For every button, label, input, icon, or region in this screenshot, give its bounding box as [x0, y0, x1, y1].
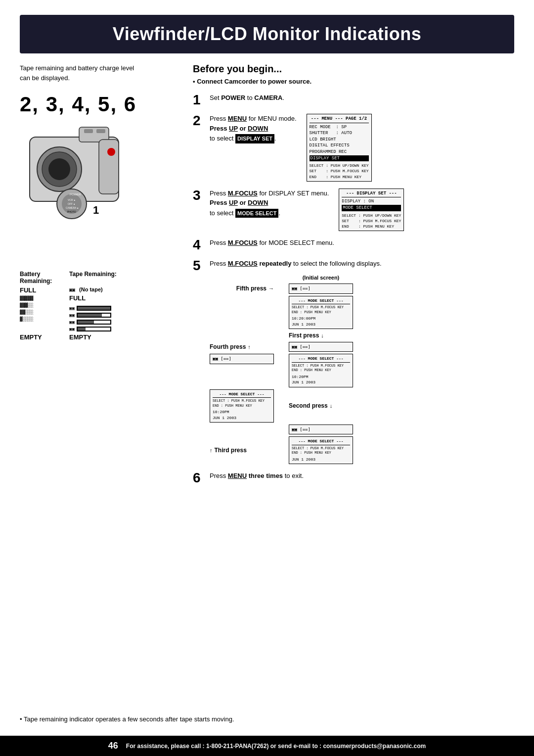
- svg-text:PHOTO: PHOTO: [67, 210, 76, 213]
- step-5: 5 Press M.FOCUS repeatedly to select the…: [193, 259, 514, 464]
- svg-text:CAMERA ●: CAMERA ●: [66, 206, 79, 209]
- third-press-label: Third press: [215, 446, 247, 455]
- battery-tape-headers: Battery Remaining: Tape Remaining:: [20, 271, 178, 284]
- tape-bars: ▣▣ ▣▣ ▣▣ ▣▣: [69, 306, 111, 331]
- step-4: 4 Press M.FOCUS for MODE SELECT menu.: [193, 238, 514, 252]
- svg-point-3: [48, 158, 70, 180]
- step-5-number: 5: [193, 259, 205, 464]
- step-6-number: 6: [193, 471, 205, 485]
- left-column: Tape remaining and battery charge level …: [20, 63, 188, 705]
- step-3: 3 Press M.FOCUS for DISPLAY SET menu. Pr…: [193, 189, 514, 231]
- tape-header: Tape Remaining:: [69, 271, 138, 284]
- battery-empty-label: EMPTY: [20, 333, 42, 341]
- mode-select-highlight: MODE SELECT: [235, 209, 278, 218]
- tape-note: • Tape remaining indicator operates a fe…: [20, 714, 514, 724]
- initial-screen-box: ▣▣ [==]: [289, 284, 353, 294]
- second-press-label: Second press: [289, 401, 328, 410]
- step-2: 2 Press MENU for MENU mode. Press UP or …: [193, 114, 514, 182]
- step-2-number: 2: [193, 114, 205, 182]
- battery-tape-section: Battery Remaining: Tape Remaining: FULL …: [20, 271, 178, 341]
- footer-text: For assistance, please call : 1-800-211-…: [126, 743, 426, 750]
- tape-column: ▣▣ (No tape) FULL ▣▣ ▣▣: [69, 286, 111, 341]
- camera-diagram: 2, 3, 4, 5, 6: [20, 93, 178, 261]
- step-2-menu-box: --- MENU --- PAGE 1/2 REC MODE : SP SHUT…: [307, 114, 372, 182]
- footer: 46 For assistance, please call : 1-800-2…: [0, 736, 534, 756]
- battery-bar-1: ▓░░░░: [20, 317, 64, 322]
- step-5-content: Press M.FOCUS repeatedly to select the f…: [210, 259, 514, 464]
- step-2-content: Press MENU for MENU mode. Press UP or DO…: [210, 114, 514, 182]
- battery-bars: ▓▓▓▓▓ ▓▓▓░░ ▓▓░░░ ▓░░░░: [20, 296, 64, 322]
- battery-header: Battery Remaining:: [20, 271, 69, 284]
- svg-text:POWER: POWER: [70, 193, 81, 196]
- press-flow-diagram: (Initial screen) Fifth press → ▣▣ [==]: [210, 274, 514, 465]
- step-1-content: Set POWER to CAMERA.: [210, 93, 514, 107]
- svg-text:1: 1: [93, 204, 99, 216]
- step-3-menu-box: --- DISPLAY SET --- DISPLAY : ON MODE SE…: [339, 189, 404, 231]
- step-4-content: Press M.FOCUS for MODE SELECT menu.: [210, 238, 514, 252]
- connect-text: • Connect Camcorder to power source.: [193, 78, 514, 85]
- title-bar: Viewfinder/LCD Monitor Indications: [20, 15, 514, 53]
- step-3-number: 3: [193, 189, 205, 231]
- before-begin-section: Before you begin... • Connect Camcorder …: [193, 63, 514, 85]
- initial-screen-label: (Initial screen): [289, 274, 353, 282]
- battery-tape-body: FULL ▓▓▓▓▓ ▓▓▓░░ ▓▓░░░: [20, 286, 178, 341]
- second-press-date-screen: ▣▣ [==]: [289, 425, 353, 435]
- battery-bar-2: ▓▓░░░: [20, 310, 64, 315]
- step-3-content: Press M.FOCUS for DISPLAY SET menu. Pres…: [210, 189, 514, 231]
- page-title: Viewfinder/LCD Monitor Indications: [40, 24, 494, 45]
- svg-rect-6: [96, 129, 105, 133]
- svg-point-8: [107, 148, 115, 156]
- second-press-screen: ▣▣ [==]: [289, 342, 353, 352]
- no-tape-label: (No tape): [79, 286, 103, 292]
- step-4-number: 4: [193, 238, 205, 252]
- step-6-content: Press MENU three times to exit.: [210, 471, 514, 485]
- camera-illustration: POWER VCR ● OFF ● CAMERA ● PHOTO 1: [20, 107, 148, 236]
- fifth-press-label: Fifth press: [236, 284, 267, 293]
- svg-text:VCR ●: VCR ●: [68, 198, 75, 201]
- intro-text: Tape remaining and battery charge level …: [20, 63, 178, 83]
- step-1: 1 Set POWER to CAMERA.: [193, 93, 514, 107]
- fourth-press-label: Fourth press: [210, 342, 246, 351]
- step-1-number: 1: [193, 93, 205, 107]
- first-press-label: First press: [289, 331, 319, 340]
- notes-section: • Tape remaining indicator operates a fe…: [0, 709, 534, 731]
- display-set-highlight: DISPLAY SET: [235, 134, 274, 143]
- step-6: 6 Press MENU three times to exit.: [193, 471, 514, 485]
- fourth-press-screen: ▣▣ [==]: [210, 354, 274, 387]
- battery-bar-3: ▓▓▓░░: [20, 303, 64, 308]
- tape-empty-label: EMPTY: [69, 333, 91, 341]
- svg-rect-5: [84, 129, 93, 133]
- page: Viewfinder/LCD Monitor Indications Tape …: [0, 0, 534, 756]
- page-number: 46: [108, 741, 118, 751]
- steps-container: 1 Set POWER to CAMERA. 2 Press MENU for …: [193, 93, 514, 485]
- svg-text:OFF ●: OFF ●: [68, 202, 75, 205]
- before-begin-heading: Before you begin...: [193, 63, 514, 75]
- battery-full-label: FULL: [20, 286, 36, 294]
- right-column: Before you begin... • Connect Camcorder …: [188, 63, 514, 705]
- tape-full-label: FULL: [69, 294, 86, 302]
- main-content: Tape remaining and battery charge level …: [0, 53, 534, 709]
- battery-column: FULL ▓▓▓▓▓ ▓▓▓░░ ▓▓░░░: [20, 286, 64, 341]
- svg-rect-7: [99, 140, 119, 194]
- battery-bar-4: ▓▓▓▓▓: [20, 296, 64, 301]
